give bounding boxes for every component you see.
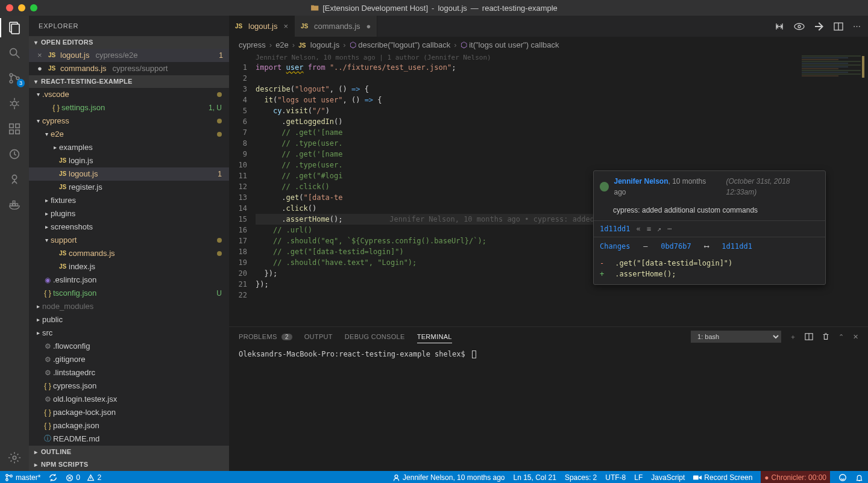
indentation[interactable]: Spaces: 2 xyxy=(565,473,597,482)
extensions-icon[interactable] xyxy=(7,122,22,136)
chronicler-status[interactable]: ● Chronicler: 00:00 xyxy=(761,471,830,483)
file-item[interactable]: { }tsconfig.jsonU xyxy=(29,287,229,300)
folder-item[interactable]: ▸fixtures xyxy=(29,194,229,207)
trash-icon[interactable] xyxy=(822,332,830,341)
breadcrumb-item[interactable]: e2e xyxy=(275,40,289,49)
hash-cur[interactable]: 1d11dd1 xyxy=(722,242,752,251)
file-item[interactable]: { }settings.json1, U xyxy=(29,101,229,114)
file-item[interactable]: ⚙old.login.testex.jsx xyxy=(29,393,229,406)
commit-hash[interactable]: 1d11dd1 xyxy=(600,223,631,234)
file-item[interactable]: JScommands.js xyxy=(29,247,229,260)
minimap[interactable] xyxy=(798,55,864,187)
more-actions-icon[interactable]: ⋯ xyxy=(853,22,861,31)
npm-scripts-header[interactable]: ▸ NPM SCRIPTS xyxy=(29,458,229,471)
code-area[interactable]: Jennifer Nelson, 10 months ago | 1 autho… xyxy=(229,52,868,326)
folder-item[interactable]: ▸node_modules xyxy=(29,300,229,313)
notifications-icon[interactable] xyxy=(855,474,863,482)
search-icon[interactable] xyxy=(7,46,22,60)
tab-problems[interactable]: PROBLEMS 2 xyxy=(239,333,292,340)
breadcrumb[interactable]: cypress›e2e›JS logout.js›⬡ describe("log… xyxy=(229,37,868,52)
split-terminal-icon[interactable] xyxy=(805,332,813,341)
editor-tab[interactable]: JSlogout.js× xyxy=(229,16,295,37)
file-item[interactable]: { }package-lock.json xyxy=(29,406,229,419)
file-item[interactable]: ⓘREADME.md xyxy=(29,432,229,446)
folder-item[interactable]: ▸public xyxy=(29,313,229,326)
file-item[interactable]: ⚙.lintstagedrc xyxy=(29,366,229,379)
file-item[interactable]: ⚙.flowconfig xyxy=(29,340,229,353)
compare-changes-icon[interactable] xyxy=(775,22,784,31)
scm-icon[interactable]: 3 xyxy=(7,71,22,86)
maximize-window[interactable] xyxy=(30,4,37,11)
tab-terminal[interactable]: TERMINAL xyxy=(417,333,452,343)
settings-icon[interactable] xyxy=(7,450,22,465)
folder-item[interactable]: ▸src xyxy=(29,326,229,340)
folder-item[interactable]: ▾support xyxy=(29,234,229,247)
code-line[interactable]: .getLoggedIn() xyxy=(256,116,790,127)
test-icon[interactable] xyxy=(7,147,22,161)
list-icon[interactable]: ≡ xyxy=(647,223,651,234)
blame-status[interactable]: Jennifer Nelson, 10 months ago xyxy=(392,473,505,482)
split-editor-icon[interactable] xyxy=(834,22,843,31)
folder-item[interactable]: ▸screenshots xyxy=(29,220,229,234)
editor-tab[interactable]: JScommands.js● xyxy=(295,16,377,37)
record-screen[interactable]: Record Screen xyxy=(693,473,752,482)
breadcrumb-item[interactable]: JS logout.js xyxy=(298,40,339,49)
close-panel-icon[interactable]: ✕ xyxy=(853,333,858,341)
code-line[interactable]: describe("logout", () => { xyxy=(256,84,790,95)
file-item[interactable]: { }cypress.json xyxy=(29,379,229,393)
open-external-icon[interactable]: ↗ xyxy=(657,223,661,234)
folder-item[interactable]: ▾.vscode xyxy=(29,88,229,101)
close-window[interactable] xyxy=(6,4,13,11)
prev-commit-icon[interactable]: « xyxy=(637,223,641,234)
breadcrumb-item[interactable]: cypress xyxy=(239,40,266,49)
folder-item[interactable]: ▾cypress xyxy=(29,114,229,128)
folder-item[interactable]: ▸plugins xyxy=(29,207,229,220)
sync-icon[interactable] xyxy=(49,473,57,482)
file-item[interactable]: JSlogin.js xyxy=(29,154,229,167)
code-line[interactable]: it("logs out user", () => { xyxy=(256,95,790,105)
file-item[interactable]: JSlogout.js1 xyxy=(29,167,229,181)
new-terminal-icon[interactable]: ＋ xyxy=(790,332,796,341)
hash-prev[interactable]: 0bd76b7 xyxy=(661,242,691,251)
explorer-icon[interactable] xyxy=(7,20,22,35)
code-line[interactable]: // .get('[name xyxy=(256,149,790,160)
cursor-position[interactable]: Ln 15, Col 21 xyxy=(514,473,556,482)
folder-item[interactable]: ▾e2e xyxy=(29,128,229,141)
eol[interactable]: LF xyxy=(634,473,643,482)
changes-label[interactable]: Changes xyxy=(600,242,631,251)
more-icon[interactable]: ⋯ xyxy=(667,223,671,234)
terminal-body[interactable]: Oleksandrs-MacBook-Pro:react-testing-exa… xyxy=(229,346,868,471)
toggle-file-blame-icon[interactable] xyxy=(794,22,805,31)
code-line[interactable]: import user from "../fixtures/test_user.… xyxy=(256,62,790,73)
breadcrumb-item[interactable]: ⬡ it("logs out user") callback xyxy=(461,40,559,49)
code-line[interactable]: // .type(user. xyxy=(256,138,790,149)
outline-header[interactable]: ▸ OUTLINE xyxy=(29,446,229,458)
open-editor-item[interactable]: ●JScommands.jscypress/support xyxy=(29,62,229,75)
code-line[interactable]: // .get('[name xyxy=(256,127,790,138)
code-line[interactable]: cy.visit("/") xyxy=(256,105,790,116)
debug-icon[interactable] xyxy=(7,96,22,111)
code-line[interactable]: // .type(user. xyxy=(256,160,790,170)
file-item[interactable]: JSindex.js xyxy=(29,260,229,273)
file-item[interactable]: ⚙.gitignore xyxy=(29,353,229,366)
tab-output[interactable]: OUTPUT xyxy=(304,333,333,340)
code-line[interactable] xyxy=(256,290,790,301)
docker-icon[interactable] xyxy=(7,198,22,212)
file-item[interactable]: ◉.eslintrc.json xyxy=(29,273,229,287)
tab-debug-console[interactable]: DEBUG CONSOLE xyxy=(345,333,405,340)
open-editors-header[interactable]: ▾ OPEN EDITORS xyxy=(29,36,229,49)
file-item[interactable]: { }package.json xyxy=(29,419,229,432)
code-line[interactable] xyxy=(256,73,790,84)
encoding[interactable]: UTF-8 xyxy=(605,473,626,482)
gitlens-icon[interactable] xyxy=(7,172,22,187)
close-icon[interactable]: × xyxy=(37,51,46,60)
git-branch[interactable]: master* xyxy=(5,473,40,482)
problems-status[interactable]: 0 2 xyxy=(66,473,101,482)
open-changes-icon[interactable] xyxy=(814,22,824,31)
file-item[interactable]: JSregister.js xyxy=(29,181,229,194)
close-tab-icon[interactable]: × xyxy=(283,22,288,31)
maximize-panel-icon[interactable]: ⌃ xyxy=(838,333,844,341)
open-editor-item[interactable]: ×JSlogout.jscypress/e2e1 xyxy=(29,49,229,62)
breadcrumb-item[interactable]: ⬡ describe("logout") callback xyxy=(350,40,451,49)
folder-item[interactable]: ▸examples xyxy=(29,141,229,154)
